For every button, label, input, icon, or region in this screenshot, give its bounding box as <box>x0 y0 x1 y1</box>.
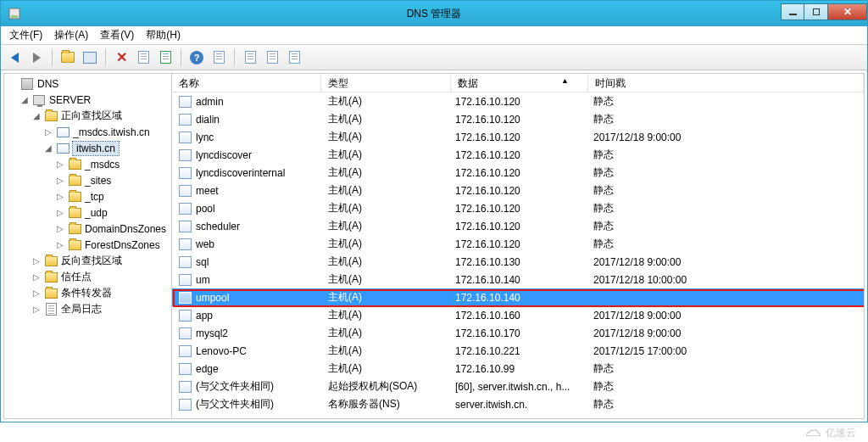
cell-name: um <box>172 274 321 286</box>
tree-sub-ddz[interactable]: ▷DomainDnsZones <box>6 221 170 237</box>
extra-button-1[interactable] <box>210 49 227 66</box>
extra-button-2[interactable] <box>242 49 259 66</box>
tree-forward-zone[interactable]: ◢正向查找区域 <box>6 108 170 124</box>
cell-name: Lenovo-PC <box>172 345 321 357</box>
cell-data: 172.16.10.120 <box>448 96 587 108</box>
zone-icon <box>57 143 70 154</box>
forward-button[interactable] <box>28 49 45 66</box>
table-row[interactable]: dialin主机(A)172.16.10.120静态 <box>172 110 864 128</box>
table-row[interactable]: admin主机(A)172.16.10.120静态 <box>172 92 864 110</box>
close-button[interactable]: ✕ <box>828 3 867 20</box>
table-row[interactable]: pool主机(A)172.16.10.120静态 <box>172 199 864 217</box>
table-row[interactable]: meet主机(A)172.16.10.120静态 <box>172 182 864 199</box>
cell-type: 主机(A) <box>321 148 448 162</box>
folder-icon <box>69 240 81 250</box>
menu-view[interactable]: 查看(V) <box>95 26 139 44</box>
cell-time: 静态 <box>587 361 864 376</box>
toolbar: ✕ ? <box>1 45 867 70</box>
delete-button[interactable]: ✕ <box>113 49 130 66</box>
table-row[interactable]: edge主机(A)172.16.10.99静态 <box>172 360 864 378</box>
col-name[interactable]: 名称 <box>172 74 321 92</box>
watermark: 亿速云 <box>804 426 856 440</box>
titlebar[interactable]: DNS 管理器 ✕ <box>1 1 867 26</box>
tree-sub-tcp[interactable]: ▷_tcp <box>6 188 170 204</box>
col-data[interactable]: 数据▲ <box>451 74 588 92</box>
sort-asc-icon: ▲ <box>561 76 569 85</box>
tree-trust[interactable]: ▷信任点 <box>6 269 170 285</box>
record-icon <box>179 363 192 375</box>
tree-sub-sites[interactable]: ▷_sites <box>6 172 170 188</box>
nav-tree: DNS ◢SERVER ◢正向查找区域 ▷_msdcs.itwish.cn ◢i… <box>6 76 170 317</box>
cell-data: 172.16.10.120 <box>448 131 587 143</box>
table-row[interactable]: app主机(A)172.16.10.1602017/12/18 9:00:00 <box>172 306 864 324</box>
record-icon <box>179 345 192 357</box>
menu-action[interactable]: 操作(A) <box>49 26 93 44</box>
col-time[interactable]: 时间戳 <box>588 74 864 92</box>
refresh-button[interactable] <box>157 49 174 66</box>
cell-name: mysql2 <box>172 327 321 339</box>
tree-server[interactable]: ◢SERVER <box>6 92 170 108</box>
extra-button-4[interactable] <box>286 49 303 66</box>
cell-time: 静态 <box>587 237 864 251</box>
table-row[interactable]: lyncdiscover主机(A)172.16.10.120静态 <box>172 146 864 164</box>
table-row[interactable]: Lenovo-PC主机(A)172.16.10.2212017/12/15 17… <box>172 342 864 360</box>
back-button[interactable] <box>6 49 23 66</box>
cell-data: 172.16.10.120 <box>448 221 587 232</box>
record-icon <box>179 399 192 411</box>
cell-time: 静态 <box>587 94 864 109</box>
cell-type: 主机(A) <box>321 290 448 305</box>
cell-type: 主机(A) <box>321 165 448 180</box>
up-folder-button[interactable] <box>59 49 76 66</box>
cell-time: 2017/12/18 9:00:00 <box>587 256 864 268</box>
cell-type: 主机(A) <box>321 112 448 126</box>
record-icon <box>179 167 192 179</box>
tree-dns-root[interactable]: DNS <box>6 76 170 92</box>
menu-file[interactable]: 文件(F) <box>4 26 47 44</box>
table-row[interactable]: lync主机(A)172.16.10.1202017/12/18 9:00:00 <box>172 128 864 146</box>
cell-type: 主机(A) <box>321 344 448 358</box>
tree-sub-udp[interactable]: ▷_udp <box>6 204 170 221</box>
tree-global-log[interactable]: ▷全局日志 <box>6 301 170 317</box>
cell-type: 主机(A) <box>321 308 448 322</box>
records-list[interactable]: admin主机(A)172.16.10.120静态dialin主机(A)172.… <box>172 92 864 418</box>
table-row[interactable]: um主机(A)172.16.10.1402017/12/18 10:00:00 <box>172 271 864 288</box>
arrow-right-icon <box>33 53 41 63</box>
table-row[interactable]: web主机(A)172.16.10.120静态 <box>172 235 864 253</box>
tree-label: itwish.cn <box>73 142 119 155</box>
table-row[interactable]: mysql2主机(A)172.16.10.1702017/12/18 9:00:… <box>172 324 864 342</box>
tree-sub-msdcs[interactable]: ▷_msdcs <box>6 156 170 172</box>
properties-icon <box>138 51 149 64</box>
tree-sub-fdz[interactable]: ▷ForestDnsZones <box>6 237 170 253</box>
help-button[interactable]: ? <box>188 49 205 66</box>
cell-name: (与父文件夹相同) <box>172 379 321 394</box>
table-row[interactable]: sql主机(A)172.16.10.1302017/12/18 9:00:00 <box>172 253 864 271</box>
show-tree-button[interactable] <box>81 49 98 66</box>
cell-type: 主机(A) <box>321 201 448 215</box>
doc-icon-3 <box>267 51 278 64</box>
table-row[interactable]: lyncdiscoverinternal主机(A)172.16.10.120静态 <box>172 164 864 182</box>
menu-help[interactable]: 帮助(H) <box>141 26 186 44</box>
log-icon <box>46 303 57 316</box>
record-icon <box>179 238 192 250</box>
cell-data: 172.16.10.221 <box>448 345 587 357</box>
folder-icon <box>69 208 81 218</box>
cell-data: 172.16.10.130 <box>448 256 587 268</box>
table-row[interactable]: umpool主机(A)172.16.10.140 <box>172 288 864 306</box>
table-row[interactable]: (与父文件夹相同)名称服务器(NS)server.itwish.cn.静态 <box>172 395 864 413</box>
maximize-button[interactable] <box>804 3 828 20</box>
table-row[interactable]: (与父文件夹相同)起始授权机构(SOA)[60], server.itwish.… <box>172 378 864 395</box>
minimize-button[interactable] <box>781 3 804 20</box>
tree-reverse-zone[interactable]: ▷反向查找区域 <box>6 253 170 269</box>
server-icon <box>33 95 45 105</box>
table-row[interactable]: scheduler主机(A)172.16.10.120静态 <box>172 217 864 235</box>
tree-pane[interactable]: DNS ◢SERVER ◢正向查找区域 ▷_msdcs.itwish.cn ◢i… <box>4 74 172 418</box>
col-type[interactable]: 类型 <box>321 74 451 92</box>
tree-cond-fwd[interactable]: ▷条件转发器 <box>6 285 170 301</box>
tree-itwish-zone[interactable]: ◢itwish.cn <box>6 140 170 156</box>
properties-button[interactable] <box>135 49 152 66</box>
record-icon <box>179 114 192 126</box>
tree-msdcs-zone[interactable]: ▷_msdcs.itwish.cn <box>6 124 170 140</box>
panel-icon <box>83 52 97 64</box>
col-label: 数据 <box>458 77 478 89</box>
extra-button-3[interactable] <box>264 49 281 66</box>
